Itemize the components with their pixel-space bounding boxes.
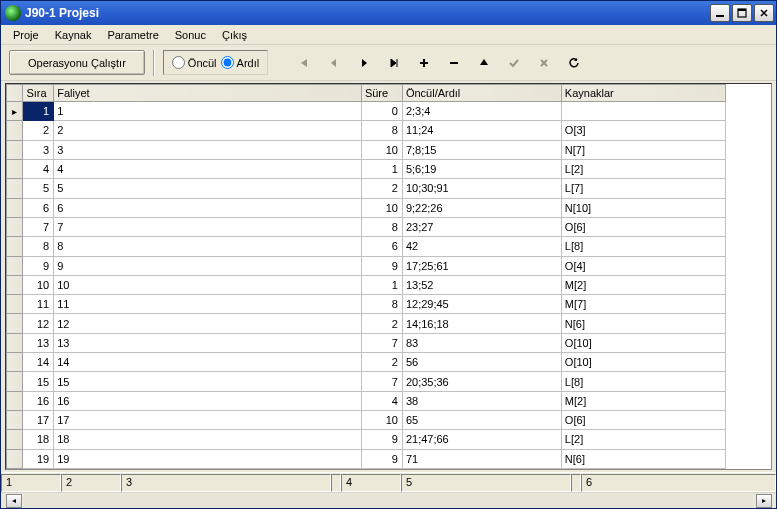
row-marker[interactable] [7, 140, 23, 159]
table-row[interactable]: 1212214;16;18N[6] [7, 314, 726, 333]
cell-sira[interactable]: 11 [23, 295, 54, 314]
cell-sure[interactable]: 9 [361, 430, 402, 449]
cell-sure[interactable]: 2 [361, 353, 402, 372]
cell-faliyet[interactable]: 15 [54, 372, 362, 391]
table-row[interactable]: 55210;30;91L[7] [7, 179, 726, 198]
cell-sira[interactable]: 3 [23, 140, 54, 159]
cell-sira[interactable]: 2 [23, 121, 54, 140]
scroll-left-icon[interactable]: ◂ [6, 494, 22, 508]
cell-kaynaklar[interactable] [561, 102, 725, 121]
cell-kaynaklar[interactable]: N[7] [561, 140, 725, 159]
cell-sure[interactable]: 8 [361, 121, 402, 140]
header-oncul-ardil[interactable]: Öncül/Ardıl [402, 85, 561, 102]
run-operation-button[interactable]: Operasyonu Çalıştır [9, 50, 145, 75]
cell-oncul-ardil[interactable]: 42 [402, 237, 561, 256]
cell-oncul-ardil[interactable]: 65 [402, 411, 561, 430]
cell-kaynaklar[interactable]: O[6] [561, 217, 725, 236]
row-marker[interactable] [7, 411, 23, 430]
row-marker[interactable] [7, 372, 23, 391]
cell-kaynaklar[interactable]: O[10] [561, 353, 725, 372]
cell-oncul-ardil[interactable]: 2;3;4 [402, 102, 561, 121]
cell-sira[interactable]: 7 [23, 217, 54, 236]
table-row[interactable]: 4415;6;19L[2] [7, 159, 726, 178]
cell-faliyet[interactable]: 16 [54, 391, 362, 410]
cell-sira[interactable]: 13 [23, 333, 54, 352]
row-marker[interactable] [7, 295, 23, 314]
cell-sira[interactable]: 6 [23, 198, 54, 217]
cell-sure[interactable]: 6 [361, 237, 402, 256]
cell-faliyet[interactable]: 11 [54, 295, 362, 314]
nav-first-icon[interactable] [296, 55, 312, 71]
data-grid[interactable]: Sıra Faliyet Süre Öncül/Ardıl Kaynaklar … [6, 84, 726, 469]
row-marker[interactable] [7, 275, 23, 294]
cell-oncul-ardil[interactable]: 17;25;61 [402, 256, 561, 275]
table-row[interactable]: 1818921;47;66L[2] [7, 430, 726, 449]
table-row[interactable]: 1919971N[6] [7, 449, 726, 468]
table-row[interactable]: 33107;8;15N[7] [7, 140, 726, 159]
cell-faliyet[interactable]: 3 [54, 140, 362, 159]
radio-ardil-input[interactable] [221, 56, 234, 69]
cell-oncul-ardil[interactable]: 12;29;45 [402, 295, 561, 314]
cell-faliyet[interactable]: 18 [54, 430, 362, 449]
cell-kaynaklar[interactable]: M[2] [561, 275, 725, 294]
row-marker[interactable] [7, 179, 23, 198]
row-marker[interactable] [7, 256, 23, 275]
cell-sure[interactable]: 1 [361, 159, 402, 178]
radio-ardil[interactable]: Ardıl [221, 56, 260, 69]
table-row[interactable]: 17171065O[6] [7, 411, 726, 430]
cell-kaynaklar[interactable]: L[8] [561, 237, 725, 256]
cell-faliyet[interactable]: 7 [54, 217, 362, 236]
row-marker[interactable] [7, 159, 23, 178]
nav-last-icon[interactable] [386, 55, 402, 71]
cell-faliyet[interactable]: 2 [54, 121, 362, 140]
cell-sure[interactable]: 9 [361, 256, 402, 275]
row-marker[interactable] [7, 353, 23, 372]
cell-kaynaklar[interactable]: N[6] [561, 314, 725, 333]
cell-faliyet[interactable]: 1 [54, 102, 362, 121]
table-row[interactable]: 99917;25;61O[4] [7, 256, 726, 275]
cell-faliyet[interactable]: 6 [54, 198, 362, 217]
row-marker[interactable] [7, 237, 23, 256]
cell-kaynaklar[interactable]: N[10] [561, 198, 725, 217]
header-kaynaklar[interactable]: Kaynaklar [561, 85, 725, 102]
cell-faliyet[interactable]: 19 [54, 449, 362, 468]
cell-kaynaklar[interactable]: O[3] [561, 121, 725, 140]
cell-kaynaklar[interactable]: L[8] [561, 372, 725, 391]
cell-kaynaklar[interactable]: O[10] [561, 333, 725, 352]
cell-sure[interactable]: 10 [361, 140, 402, 159]
table-row[interactable]: 1414256O[10] [7, 353, 726, 372]
cell-sure[interactable]: 8 [361, 295, 402, 314]
nav-insert-icon[interactable] [416, 55, 432, 71]
cell-oncul-ardil[interactable]: 38 [402, 391, 561, 410]
row-marker[interactable] [7, 449, 23, 468]
cell-kaynaklar[interactable]: L[2] [561, 159, 725, 178]
cell-sure[interactable]: 9 [361, 449, 402, 468]
cell-sira[interactable]: 5 [23, 179, 54, 198]
row-marker[interactable] [7, 391, 23, 410]
cell-sure[interactable]: 0 [361, 102, 402, 121]
cell-oncul-ardil[interactable]: 13;52 [402, 275, 561, 294]
cell-sure[interactable]: 7 [361, 372, 402, 391]
cell-sira[interactable]: 16 [23, 391, 54, 410]
nav-post-icon[interactable] [506, 55, 522, 71]
table-row[interactable]: 77823;27O[6] [7, 217, 726, 236]
row-marker[interactable] [7, 430, 23, 449]
row-marker[interactable] [7, 102, 23, 121]
cell-faliyet[interactable]: 14 [54, 353, 362, 372]
cell-kaynaklar[interactable]: L[7] [561, 179, 725, 198]
cell-sira[interactable]: 17 [23, 411, 54, 430]
table-row[interactable]: 1111812;29;45M[7] [7, 295, 726, 314]
cell-faliyet[interactable]: 17 [54, 411, 362, 430]
cell-oncul-ardil[interactable]: 5;6;19 [402, 159, 561, 178]
row-marker[interactable] [7, 198, 23, 217]
cell-sira[interactable]: 14 [23, 353, 54, 372]
cell-sira[interactable]: 8 [23, 237, 54, 256]
cell-sira[interactable]: 12 [23, 314, 54, 333]
nav-delete-icon[interactable] [446, 55, 462, 71]
cell-faliyet[interactable]: 12 [54, 314, 362, 333]
cell-oncul-ardil[interactable]: 11;24 [402, 121, 561, 140]
cell-sira[interactable]: 9 [23, 256, 54, 275]
header-sira[interactable]: Sıra [23, 85, 54, 102]
cell-sure[interactable]: 10 [361, 411, 402, 430]
table-row[interactable]: 1515720;35;36L[8] [7, 372, 726, 391]
